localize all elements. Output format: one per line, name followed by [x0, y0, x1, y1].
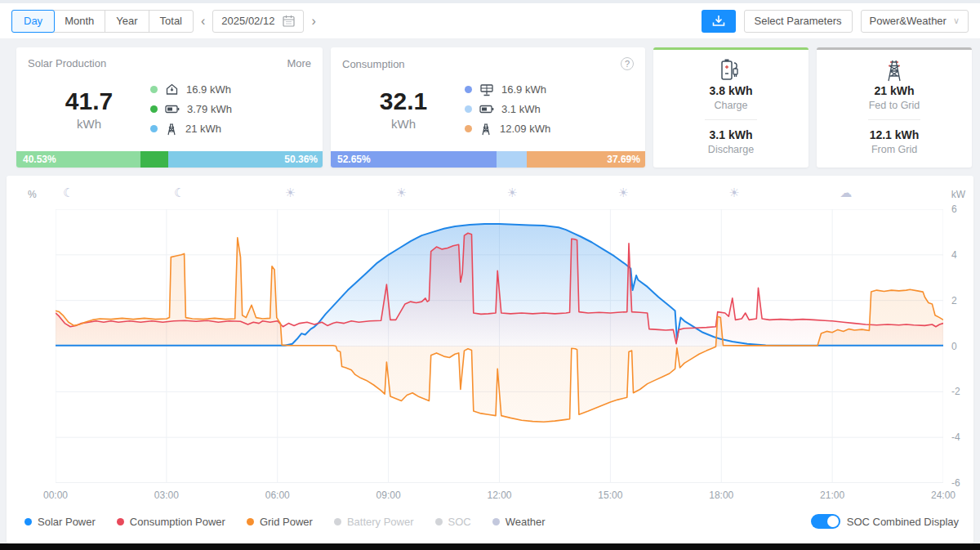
tab-year[interactable]: Year [105, 11, 149, 32]
divider [705, 119, 757, 120]
from-grid-value: 12.1 kWh [870, 127, 920, 143]
consumption-item-from-solar: 16.9 kWh [465, 83, 634, 96]
chart-legend: Solar Power Consumption Power Grid Power… [24, 516, 546, 528]
from-grid-label: From Grid [871, 143, 917, 156]
solar-item-self-consumed: 16.9 kWh [150, 83, 311, 96]
sun-icon: ☀ [728, 186, 739, 200]
legend-dot [117, 518, 124, 525]
legend-consumption-power[interactable]: Consumption Power [117, 516, 225, 528]
left-axis-unit: % [28, 189, 37, 200]
sun-icon: ☀ [285, 186, 296, 200]
battery-discharge-value: 3.1 kWh [710, 127, 753, 143]
solar-panel-icon [479, 83, 494, 96]
battery-card: 3.8 kWh Charge 3.1 kWh Discharge [653, 47, 808, 168]
chevron-down-icon: ∨ [953, 16, 960, 26]
right-axis-unit: kW [951, 189, 965, 200]
consumption-item-from-battery: 3.1 kWh [465, 103, 634, 115]
sun-icon: ☀ [507, 186, 518, 200]
consumption-item-value: 16.9 kWh [501, 83, 546, 96]
prev-day-button[interactable]: ‹ [194, 14, 212, 29]
legend-dot [247, 518, 254, 525]
legend-dot [150, 86, 158, 93]
display-mode-value: Power&Weather [870, 15, 947, 27]
solar-item-value: 3.79 kWh [187, 103, 232, 115]
sun-icon: ☀ [396, 186, 407, 200]
legend-dot [334, 518, 341, 525]
date-value: 2025/02/12 [221, 15, 274, 27]
consumption-item-value: 12.09 kWh [500, 123, 550, 135]
sun-icon: ☀ [617, 186, 628, 200]
cloud-icon: ☁ [840, 186, 852, 200]
power-chart-panel: % kW ☾☾☀☀☀☀☀☁ 00:0003:0006:0009:0012:001… [7, 176, 973, 543]
soc-combined-display-row: SOC Combined Display [811, 514, 959, 529]
moon-icon: ☾ [63, 186, 74, 200]
consumption-distribution-bar: 52.65%37.69% [331, 151, 645, 168]
bottom-bar [0, 543, 980, 550]
battery-charge-icon [717, 58, 745, 83]
battery-icon [165, 103, 180, 115]
battery-discharge-label: Discharge [708, 143, 754, 156]
toolbar: Day Month Year Total ‹ 2025/02/12 › Sele… [0, 3, 980, 39]
solar-total-unit: kWh [77, 117, 101, 131]
chart-plot-area[interactable] [56, 209, 943, 483]
summary-cards-row: Solar Production More 41.7 kWh 16.9 kWh [0, 39, 980, 168]
consumption-total-value: 32.1 [380, 87, 427, 115]
legend-dot [150, 125, 158, 132]
battery-charge-label: Charge [715, 99, 748, 112]
chart-canvas [56, 209, 943, 483]
transmission-tower-icon [882, 58, 906, 83]
solar-item-value: 21 kWh [185, 123, 221, 135]
legend-battery-power[interactable]: Battery Power [334, 516, 414, 528]
grid-tower-icon [479, 122, 492, 136]
legend-grid-power[interactable]: Grid Power [247, 516, 313, 528]
home-icon [165, 83, 179, 96]
battery-icon [479, 103, 494, 115]
divider [868, 119, 920, 120]
consumption-total-unit: kWh [391, 117, 416, 131]
tab-month[interactable]: Month [54, 11, 105, 32]
tab-total[interactable]: Total [149, 11, 193, 32]
legend-dot [150, 105, 158, 113]
fed-to-grid-value: 21 kWh [874, 83, 914, 99]
solar-total-value: 41.7 [65, 87, 113, 115]
legend-solar-power[interactable]: Solar Power [24, 516, 96, 528]
solar-production-card: Solar Production More 41.7 kWh 16.9 kWh [16, 47, 323, 168]
grid-card: 21 kWh Fed to Grid 12.1 kWh From Grid [817, 47, 972, 168]
display-mode-select[interactable]: Power&Weather ∨ [861, 10, 969, 33]
moon-icon: ☾ [174, 186, 185, 200]
calendar-icon [283, 15, 295, 27]
legend-weather[interactable]: Weather [492, 516, 546, 528]
consumption-item-from-grid: 12.09 kWh [465, 122, 634, 136]
next-day-button[interactable]: › [304, 14, 323, 29]
legend-dot [24, 518, 32, 525]
grid-tower-icon [165, 122, 178, 136]
tab-day[interactable]: Day [11, 10, 55, 33]
consumption-item-value: 3.1 kWh [501, 103, 541, 115]
legend-dot [492, 518, 500, 525]
legend-soc[interactable]: SOC [435, 516, 471, 528]
download-button[interactable] [702, 10, 736, 33]
download-icon [712, 15, 725, 27]
toggle-knob [827, 516, 839, 527]
select-parameters-button[interactable]: Select Parameters [744, 10, 853, 33]
legend-dot [465, 125, 472, 132]
period-tab-group: Day Month Year Total [11, 10, 194, 33]
battery-charge-value: 3.8 kWh [710, 83, 753, 99]
solar-item-to-grid: 21 kWh [150, 122, 311, 136]
soc-combined-display-toggle[interactable] [811, 514, 840, 529]
consumption-card: Consumption ? 32.1 kWh 16.9 kW [331, 47, 645, 168]
date-picker[interactable]: 2025/02/12 [212, 10, 304, 33]
solar-distribution-bar: 40.53%50.36% [16, 151, 323, 168]
legend-dot [465, 105, 472, 113]
legend-dot [465, 86, 472, 93]
solar-item-value: 16.9 kWh [186, 83, 231, 96]
solar-item-to-battery: 3.79 kWh [150, 103, 311, 115]
fed-to-grid-label: Fed to Grid [869, 99, 920, 112]
soc-combined-display-label: SOC Combined Display [847, 516, 959, 528]
legend-dot [435, 518, 443, 525]
